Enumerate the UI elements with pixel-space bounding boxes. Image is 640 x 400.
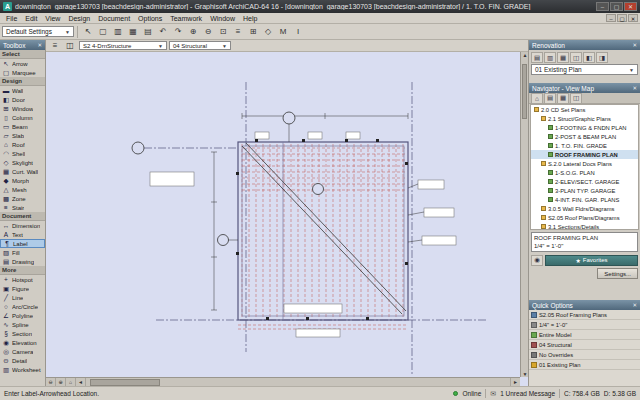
- quick-option-scale[interactable]: 1/4" = 1'-0": [529, 320, 640, 330]
- layer-combination-dropdown[interactable]: S2 4-DrnStructure ▼: [79, 41, 167, 50]
- floor-plan-canvas[interactable]: [46, 52, 520, 377]
- tool-beam[interactable]: ▭Beam: [0, 122, 45, 131]
- renovation-filter-icon[interactable]: ◧: [583, 52, 595, 63]
- tree-item-2-0-cd-set-plans[interactable]: 2.0 CD Set Plans: [531, 105, 638, 114]
- scroll-down-icon[interactable]: ▼: [521, 371, 528, 377]
- show-status-icon[interactable]: ◫: [570, 52, 582, 63]
- tool-text[interactable]: AText: [0, 230, 45, 239]
- quick-layers-icon[interactable]: ≡: [48, 40, 62, 52]
- close-icon[interactable]: ✕: [632, 42, 637, 48]
- tool-worksheet[interactable]: ▥Worksheet: [0, 365, 45, 374]
- zoom-out-icon[interactable]: ⊖: [46, 378, 56, 386]
- view-map-icon[interactable]: ▤: [544, 93, 556, 104]
- pen-set-dropdown[interactable]: 04 Structural ▼: [169, 41, 231, 50]
- toolbox-group-design[interactable]: Design: [0, 77, 45, 86]
- new-icon[interactable]: ▢: [96, 25, 110, 38]
- quick-options-header[interactable]: Quick Options ✕: [529, 300, 640, 310]
- menu-file[interactable]: File: [2, 15, 21, 22]
- tool-spline[interactable]: ∿Spline: [0, 320, 45, 329]
- new-elements-icon[interactable]: ▦: [557, 52, 569, 63]
- tool-label[interactable]: ¶Label: [0, 239, 45, 248]
- quick-option-layer-combination[interactable]: S2.05 Roof Framing Plans: [529, 310, 640, 320]
- doc-minimize-button[interactable]: –: [606, 14, 616, 22]
- menu-design[interactable]: Design: [64, 15, 94, 22]
- tree-item-roof-framing-plan[interactable]: ROOF FRAMING PLAN: [531, 150, 638, 159]
- close-icon[interactable]: ✕: [632, 302, 637, 308]
- tree-item-4-int-fin-gar-plans[interactable]: 4-INT. FIN. GAR. PLANS: [531, 195, 638, 204]
- zoom-in-icon[interactable]: ⊕: [56, 378, 66, 386]
- demolished-elements-icon[interactable]: ▥: [544, 52, 556, 63]
- close-button[interactable]: ✕: [624, 2, 637, 11]
- tool-door[interactable]: ◧Door: [0, 95, 45, 104]
- publisher-icon[interactable]: ◫: [570, 93, 582, 104]
- menu-view[interactable]: View: [41, 15, 64, 22]
- menu-edit[interactable]: Edit: [21, 15, 41, 22]
- settings-button[interactable]: Settings...: [597, 268, 638, 279]
- tool-section[interactable]: §Section: [0, 329, 45, 338]
- eye-icon[interactable]: ◉: [531, 255, 543, 266]
- tree-item-s-2-0-lateral-docs-plans[interactable]: S.2.0 Lateral Docs Plans: [531, 159, 638, 168]
- menu-document[interactable]: Document: [94, 15, 134, 22]
- tree-item-3-1-sections-details[interactable]: 3.1 Sections/Details: [531, 222, 638, 230]
- tree-item-2-post-beam-plan[interactable]: 2-POST & BEAM PLAN: [531, 132, 638, 141]
- tool-detail[interactable]: ⊙Detail: [0, 356, 45, 365]
- tool-drawing[interactable]: ▤Drawing: [0, 257, 45, 266]
- doc-close-button[interactable]: ✕: [628, 14, 638, 22]
- default-settings-dropdown[interactable]: Default Settings ▼: [2, 26, 74, 37]
- tool-camera[interactable]: ◎Camera: [0, 347, 45, 356]
- menu-teamwork[interactable]: Teamwork: [166, 15, 206, 22]
- quick-option-graphic-overrides[interactable]: No Overrides: [529, 350, 640, 360]
- tree-item-3-0-5-wall-fldrs-diagrams[interactable]: 3.0.5 Wall Fldrs/Diagrams: [531, 204, 638, 213]
- tool-arc-circle[interactable]: ○Arc/Circle: [0, 302, 45, 311]
- menu-window[interactable]: Window: [206, 15, 239, 22]
- zoom-in-icon[interactable]: ⊕: [186, 25, 200, 38]
- grid-icon[interactable]: ⊞: [246, 25, 260, 38]
- scroll-right-icon[interactable]: ►: [510, 378, 520, 386]
- existing-elements-icon[interactable]: ▤: [531, 52, 543, 63]
- horizontal-scroll-thumb[interactable]: [90, 379, 160, 386]
- tool-zone[interactable]: ▩Zone: [0, 194, 45, 203]
- tool-skylight[interactable]: ◇Skylight: [0, 158, 45, 167]
- toolbox-group-document[interactable]: Document: [0, 212, 45, 221]
- vertical-scrollbar[interactable]: ▲ ▼: [520, 52, 528, 377]
- fit-in-window-icon[interactable]: ⌂: [66, 378, 76, 386]
- close-icon[interactable]: ✕: [37, 42, 42, 48]
- vertical-scroll-thumb[interactable]: [522, 64, 527, 119]
- fit-view-icon[interactable]: ⊡: [216, 25, 230, 38]
- save-icon[interactable]: ▦: [126, 25, 140, 38]
- print-icon[interactable]: ▤: [141, 25, 155, 38]
- layout-book-icon[interactable]: ▦: [557, 93, 569, 104]
- layers-icon[interactable]: ≡: [231, 25, 245, 38]
- arrow-icon[interactable]: ↖: [81, 25, 95, 38]
- tool-wall[interactable]: ▬Wall: [0, 86, 45, 95]
- maximize-button[interactable]: ▢: [610, 2, 623, 11]
- tree-item-1-s-o-g-plan[interactable]: 1-S.O.G. PLAN: [531, 168, 638, 177]
- toolbox-header[interactable]: Toolbox ✕: [0, 40, 45, 50]
- zoom-out-icon[interactable]: ⊖: [201, 25, 215, 38]
- tool-elevation[interactable]: ◉Elevation: [0, 338, 45, 347]
- unread-messages-label[interactable]: 1 Unread Message: [500, 390, 555, 397]
- tool-stair[interactable]: ≡Stair: [0, 203, 45, 212]
- tool-mesh[interactable]: △Mesh: [0, 185, 45, 194]
- close-icon[interactable]: ✕: [632, 85, 637, 91]
- horizontal-scrollbar[interactable]: ⊖ ⊕ ⌂ ◄ ►: [46, 377, 520, 386]
- tree-item-2-1-struct-graphic-plans[interactable]: 2.1 Struct/Graphic Plans: [531, 114, 638, 123]
- quick-option-renovation-filter[interactable]: 01 Existing Plan: [529, 360, 640, 370]
- tool-column[interactable]: ▯Column: [0, 113, 45, 122]
- tree-item-1-footing-fndn-plan[interactable]: 1-FOOTING & FNDN PLAN: [531, 123, 638, 132]
- info-icon[interactable]: I: [291, 25, 305, 38]
- tool-figure[interactable]: ▣Figure: [0, 284, 45, 293]
- tool-roof[interactable]: ⌂Roof: [0, 140, 45, 149]
- tree-item-s2-05-roof-plans-diagrams[interactable]: S2.05 Roof Plans/Diagrams: [531, 213, 638, 222]
- menu-help[interactable]: Help: [239, 15, 261, 22]
- markup-icon[interactable]: M: [276, 25, 290, 38]
- scroll-up-icon[interactable]: ▲: [521, 52, 528, 58]
- reset-status-icon[interactable]: ◨: [596, 52, 608, 63]
- tool-marquee[interactable]: ▢Marquee: [0, 68, 45, 77]
- tool-dimension[interactable]: ↔Dimension: [0, 221, 45, 230]
- minimize-button[interactable]: –: [596, 2, 609, 11]
- tool-morph[interactable]: ◆Morph: [0, 176, 45, 185]
- doc-restore-button[interactable]: ▢: [617, 14, 627, 22]
- message-envelope-icon[interactable]: ✉: [490, 390, 496, 398]
- snap-icon[interactable]: ◇: [261, 25, 275, 38]
